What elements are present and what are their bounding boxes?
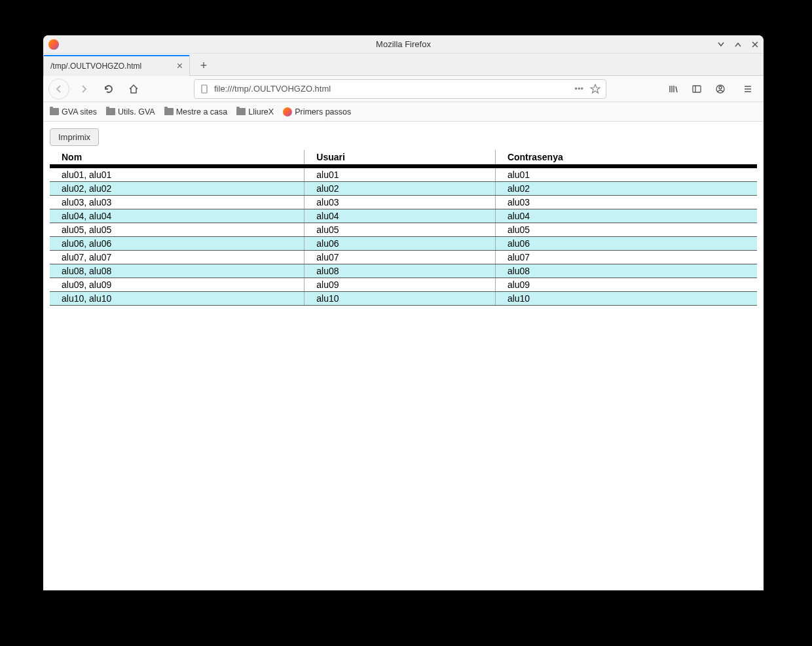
cell-nom: alu02, alu02	[50, 182, 304, 196]
cell-contrasenya: alu07	[495, 251, 757, 264]
cell-contrasenya: alu01	[495, 168, 757, 182]
cell-nom: alu08, alu08	[50, 264, 304, 278]
cell-contrasenya: alu05	[495, 223, 757, 237]
table-row: alu09, alu09alu09alu09	[50, 278, 757, 292]
cell-nom: alu10, alu10	[50, 292, 304, 306]
home-button[interactable]	[123, 79, 144, 99]
table-row: alu02, alu02alu02alu02	[50, 182, 757, 196]
bookmark-label: Utils. GVA	[118, 107, 155, 117]
cell-nom: alu05, alu05	[50, 223, 304, 237]
browser-window: Mozilla Firefox /tmp/.OULTVOHGZO.html × …	[43, 35, 764, 590]
cell-contrasenya: alu06	[495, 237, 757, 251]
firefox-icon	[283, 107, 292, 117]
print-button[interactable]: Imprimix	[50, 128, 99, 146]
bookmark-star-icon[interactable]	[590, 84, 600, 94]
cell-usuari: alu06	[304, 237, 496, 251]
folder-icon	[236, 108, 246, 115]
cell-usuari: alu01	[304, 168, 496, 182]
firefox-icon	[48, 39, 59, 50]
svg-point-4	[719, 86, 722, 89]
back-button	[48, 79, 69, 99]
titlebar: Mozilla Firefox	[43, 35, 764, 54]
svg-rect-1	[693, 86, 701, 92]
cell-nom: alu09, alu09	[50, 278, 304, 292]
cell-nom: alu03, alu03	[50, 196, 304, 209]
bookmark-item[interactable]: GVA sites	[50, 107, 97, 117]
bookmark-label: LliureX	[248, 107, 274, 117]
table-row: alu08, alu08alu08alu08	[50, 264, 757, 278]
cell-nom: alu01, alu01	[50, 168, 304, 182]
account-button[interactable]	[710, 79, 731, 99]
window-close-icon[interactable]	[750, 40, 760, 49]
folder-icon	[50, 108, 59, 115]
table-row: alu05, alu05alu05alu05	[50, 223, 757, 237]
navbar: file:///tmp/.OULTVOHGZO.html •••	[43, 76, 764, 102]
urlbar[interactable]: file:///tmp/.OULTVOHGZO.html •••	[194, 79, 606, 99]
tab-close-icon[interactable]: ×	[177, 61, 183, 71]
cell-contrasenya: alu10	[495, 292, 757, 306]
page-file-icon	[200, 84, 209, 94]
tabbar: /tmp/.OULTVOHGZO.html × +	[43, 54, 764, 76]
table-row: alu01, alu01alu01alu01	[50, 168, 757, 182]
bookmark-label: GVA sites	[62, 107, 97, 117]
window-minimize-icon[interactable]	[716, 40, 726, 49]
cell-usuari: alu07	[304, 251, 496, 264]
cell-nom: alu04, alu04	[50, 209, 304, 223]
users-table: Nom Usuari Contrasenya alu01, alu01alu01…	[50, 150, 757, 306]
cell-usuari: alu10	[304, 292, 496, 306]
tab-active[interactable]: /tmp/.OULTVOHGZO.html ×	[43, 55, 190, 76]
table-row: alu03, alu03alu03alu03	[50, 196, 757, 209]
cell-usuari: alu04	[304, 209, 496, 223]
app-menu-button[interactable]	[737, 79, 758, 99]
bookmark-item[interactable]: Utils. GVA	[106, 107, 155, 117]
window-title: Mozilla Firefox	[376, 39, 431, 49]
bookmark-label: Primers passos	[295, 107, 351, 117]
cell-contrasenya: alu09	[495, 278, 757, 292]
cell-usuari: alu05	[304, 223, 496, 237]
svg-rect-0	[202, 85, 207, 93]
folder-icon	[164, 108, 174, 115]
table-header-row: Nom Usuari Contrasenya	[50, 150, 757, 164]
sidebars-button[interactable]	[686, 79, 707, 99]
header-usuari: Usuari	[304, 150, 496, 164]
cell-contrasenya: alu04	[495, 209, 757, 223]
header-contrasenya: Contrasenya	[495, 150, 757, 164]
cell-nom: alu07, alu07	[50, 251, 304, 264]
bookmark-label: Mestre a casa	[176, 107, 228, 117]
window-controls	[716, 40, 760, 49]
table-row: alu04, alu04alu04alu04	[50, 209, 757, 223]
bookmark-item[interactable]: LliureX	[236, 107, 274, 117]
table-row: alu06, alu06alu06alu06	[50, 237, 757, 251]
cell-usuari: alu08	[304, 264, 496, 278]
new-tab-button[interactable]: +	[194, 56, 213, 75]
library-button[interactable]	[663, 79, 684, 99]
tab-label: /tmp/.OULTVOHGZO.html	[50, 62, 141, 71]
cell-usuari: alu03	[304, 196, 496, 209]
cell-contrasenya: alu02	[495, 182, 757, 196]
page-content: Imprimix Nom Usuari Contrasenya alu01, a…	[43, 122, 764, 590]
cell-nom: alu06, alu06	[50, 237, 304, 251]
cell-contrasenya: alu03	[495, 196, 757, 209]
table-row: alu10, alu10alu10alu10	[50, 292, 757, 306]
cell-usuari: alu09	[304, 278, 496, 292]
forward-button	[73, 79, 94, 99]
cell-usuari: alu02	[304, 182, 496, 196]
table-row: alu07, alu07alu07alu07	[50, 251, 757, 264]
cell-contrasenya: alu08	[495, 264, 757, 278]
folder-icon	[106, 108, 115, 115]
urlbar-text: file:///tmp/.OULTVOHGZO.html	[214, 84, 569, 94]
bookmark-item[interactable]: Mestre a casa	[164, 107, 228, 117]
window-maximize-icon[interactable]	[733, 40, 743, 49]
bookmark-item[interactable]: Primers passos	[283, 107, 351, 117]
header-nom: Nom	[50, 150, 304, 164]
reload-button[interactable]	[98, 79, 119, 99]
page-actions-icon[interactable]: •••	[574, 84, 583, 94]
bookmarks-toolbar: GVA sitesUtils. GVAMestre a casaLliureXP…	[43, 102, 764, 122]
